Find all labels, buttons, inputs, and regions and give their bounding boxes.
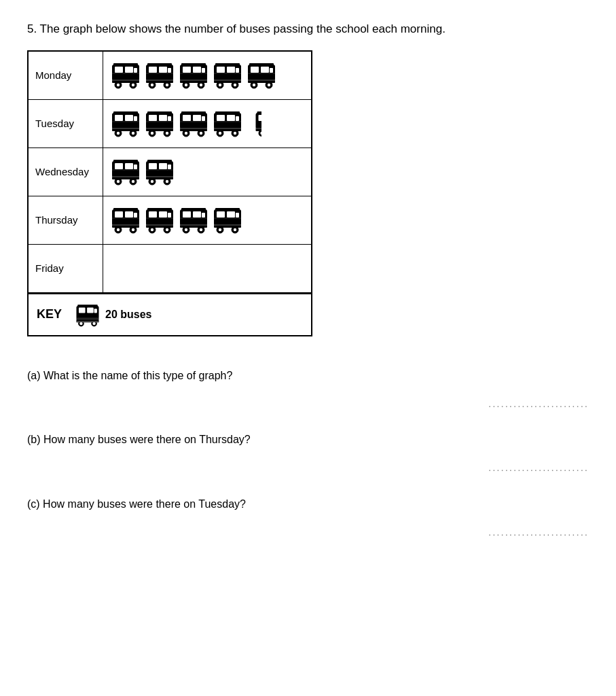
graph-row-friday: Friday bbox=[29, 245, 311, 293]
sub-question-a: (a) What is the name of this type of gra… bbox=[27, 368, 589, 412]
svg-point-56 bbox=[234, 83, 236, 86]
graph-row-wednesday: Wednesday bbox=[29, 148, 311, 196]
svg-rect-190 bbox=[236, 213, 239, 218]
svg-rect-49 bbox=[217, 67, 225, 73]
svg-rect-22 bbox=[113, 63, 138, 66]
svg-rect-111 bbox=[236, 116, 239, 121]
key-row: KEY 20 buses bbox=[29, 293, 311, 335]
svg-rect-118 bbox=[215, 111, 240, 114]
svg-point-102 bbox=[185, 131, 187, 134]
svg-rect-106 bbox=[181, 111, 206, 114]
svg-rect-110 bbox=[227, 115, 235, 121]
bus-icon bbox=[144, 205, 175, 236]
svg-rect-61 bbox=[251, 67, 259, 73]
svg-point-92 bbox=[166, 131, 168, 134]
bus-icons-tuesday bbox=[103, 103, 311, 145]
svg-rect-87 bbox=[168, 116, 171, 121]
svg-rect-26 bbox=[159, 67, 167, 73]
svg-point-114 bbox=[219, 131, 221, 134]
svg-rect-98 bbox=[193, 115, 201, 121]
svg-rect-184 bbox=[180, 226, 207, 228]
svg-rect-121 bbox=[259, 115, 262, 121]
bus-icon bbox=[212, 205, 243, 236]
svg-rect-164 bbox=[149, 211, 157, 218]
sub-question-text-1: (b) How many buses were there on Thursda… bbox=[27, 432, 589, 448]
svg-rect-97 bbox=[183, 115, 191, 121]
svg-rect-160 bbox=[112, 226, 139, 228]
svg-rect-172 bbox=[146, 226, 173, 228]
svg-point-181 bbox=[185, 228, 187, 230]
graph-row-monday: Monday bbox=[29, 52, 311, 100]
svg-rect-85 bbox=[149, 115, 157, 121]
bus-icon bbox=[178, 205, 209, 236]
answer-line-1: ........................ bbox=[27, 460, 589, 476]
svg-point-32 bbox=[166, 83, 168, 86]
svg-point-90 bbox=[151, 131, 153, 134]
question-body: The graph below shows the number of buse… bbox=[40, 22, 446, 35]
svg-rect-153 bbox=[125, 211, 133, 218]
day-label-friday: Friday bbox=[29, 245, 103, 292]
svg-rect-81 bbox=[112, 129, 139, 131]
svg-rect-148 bbox=[146, 177, 173, 179]
svg-rect-21 bbox=[112, 81, 139, 83]
svg-rect-27 bbox=[168, 68, 171, 73]
svg-rect-188 bbox=[217, 211, 225, 218]
svg-rect-58 bbox=[215, 63, 240, 66]
day-label-monday: Monday bbox=[29, 52, 103, 99]
svg-point-78 bbox=[117, 131, 120, 134]
svg-rect-117 bbox=[214, 129, 241, 131]
svg-rect-38 bbox=[193, 67, 201, 73]
svg-rect-69 bbox=[248, 81, 275, 83]
svg-rect-161 bbox=[113, 208, 138, 211]
sub-question-text-0: (a) What is the name of this type of gra… bbox=[27, 368, 589, 384]
svg-rect-137 bbox=[113, 160, 138, 162]
svg-point-44 bbox=[200, 83, 202, 86]
day-label-wednesday: Wednesday bbox=[29, 148, 103, 196]
svg-rect-105 bbox=[180, 129, 207, 131]
svg-rect-185 bbox=[181, 208, 206, 211]
svg-point-195 bbox=[234, 228, 236, 230]
sub-question-c: (c) How many buses were there on Tuesday… bbox=[27, 496, 589, 540]
svg-rect-178 bbox=[202, 213, 205, 218]
sub-question-b: (b) How many buses were there on Thursda… bbox=[27, 432, 589, 476]
bus-icon bbox=[212, 108, 243, 139]
svg-rect-130 bbox=[134, 164, 137, 169]
key-label: KEY bbox=[37, 307, 62, 321]
bus-icon bbox=[110, 156, 141, 188]
svg-point-169 bbox=[151, 228, 153, 230]
svg-point-157 bbox=[117, 228, 120, 230]
answer-line-2: ........................ bbox=[27, 525, 589, 540]
bus-icon bbox=[110, 108, 141, 139]
svg-rect-177 bbox=[193, 211, 201, 218]
bus-icon bbox=[110, 205, 141, 236]
bus-icon bbox=[178, 108, 209, 139]
key-bus-icon bbox=[74, 301, 101, 328]
svg-rect-62 bbox=[261, 67, 269, 73]
svg-rect-33 bbox=[146, 81, 173, 83]
svg-rect-176 bbox=[183, 211, 191, 218]
svg-rect-74 bbox=[125, 115, 133, 121]
svg-rect-25 bbox=[149, 67, 157, 73]
question-number: 5. bbox=[27, 22, 37, 35]
svg-rect-136 bbox=[112, 177, 139, 179]
svg-point-42 bbox=[185, 83, 187, 86]
svg-rect-165 bbox=[159, 211, 167, 218]
question-container: 5. The graph below shows the number of b… bbox=[27, 20, 589, 540]
graph-row-thursday: Thursday bbox=[29, 196, 311, 245]
svg-point-159 bbox=[132, 228, 134, 230]
bus-icon bbox=[110, 60, 141, 91]
day-label-thursday: Thursday bbox=[29, 196, 103, 244]
graph-row-tuesday: Tuesday bbox=[29, 100, 311, 148]
svg-rect-57 bbox=[214, 81, 241, 83]
svg-rect-152 bbox=[115, 211, 123, 218]
svg-point-54 bbox=[219, 83, 221, 86]
svg-rect-99 bbox=[202, 116, 205, 121]
svg-rect-189 bbox=[227, 211, 235, 218]
svg-rect-75 bbox=[134, 116, 137, 121]
svg-rect-141 bbox=[159, 163, 167, 169]
svg-rect-86 bbox=[159, 115, 167, 121]
svg-rect-125 bbox=[256, 129, 262, 131]
svg-point-183 bbox=[200, 228, 202, 230]
svg-point-145 bbox=[151, 179, 153, 182]
svg-point-18 bbox=[117, 83, 120, 86]
